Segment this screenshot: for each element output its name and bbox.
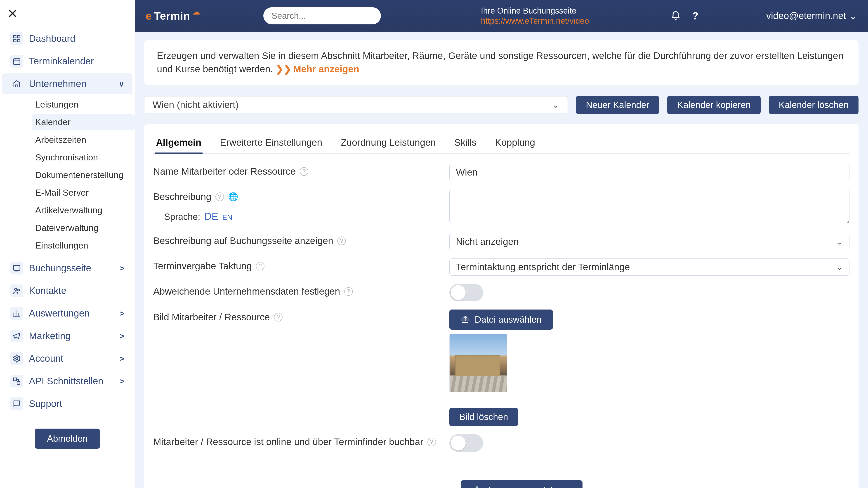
help-icon[interactable]: ?	[337, 236, 346, 245]
choose-file-button[interactable]: Datei auswählen	[450, 310, 553, 330]
company-data-toggle[interactable]	[450, 284, 483, 301]
tab-skills[interactable]: Skills	[453, 135, 478, 153]
show-desc-select[interactable]: Nicht anzeigen ⌄	[450, 233, 849, 250]
slot-label: Terminvergabe Taktung	[153, 261, 252, 271]
svg-rect-1	[18, 35, 20, 38]
subnav-leistungen[interactable]: Leistungen	[32, 96, 135, 113]
slot-value: Termintaktung entspricht der Terminlänge	[456, 262, 630, 272]
slot-select[interactable]: Termintaktung entspricht der Terminlänge…	[450, 258, 849, 275]
upload-icon	[461, 315, 470, 324]
booking-link: Ihre Online Buchungsseite https://www.eT…	[481, 6, 589, 26]
svg-rect-4	[13, 59, 20, 64]
bookable-toggle[interactable]	[450, 434, 483, 452]
sidebar-item-label: Unternehmen	[29, 78, 86, 89]
subnav-dokumentenerstellung[interactable]: Dokumentenerstellung	[32, 167, 135, 183]
svg-point-7	[18, 289, 20, 291]
help-icon[interactable]: ?	[274, 313, 283, 322]
help-icon[interactable]: ?	[300, 167, 308, 176]
sidebar-item-label: Marketing	[29, 330, 70, 341]
subnav-email-server[interactable]: E-Mail Server	[32, 185, 135, 201]
sidebar-item-support[interactable]: Support	[2, 393, 132, 414]
sidebar-item-label: Terminkalender	[29, 56, 94, 67]
logo: eTermin☁	[146, 10, 200, 22]
topbar: eTermin☁ Ihre Online Buchungsseite https…	[135, 0, 868, 32]
subnav-arbeitszeiten[interactable]: Arbeitszeiten	[32, 132, 135, 148]
chevron-right-icon: >	[120, 332, 124, 340]
logo-e: e	[146, 10, 152, 22]
chevron-right-icon: >	[120, 309, 124, 318]
support-icon	[10, 397, 23, 410]
chevron-down-icon: ⌄	[552, 100, 559, 110]
info-card: Erzeugen und verwalten Sie in diesem Abs…	[144, 40, 859, 85]
save-button[interactable]: Änderungen speichern	[461, 480, 583, 488]
bell-icon[interactable]	[671, 9, 681, 22]
lang-en[interactable]: EN	[222, 213, 232, 222]
sidebar: ✕ Dashboard Terminkalender Unternehmen ∨…	[0, 0, 135, 488]
row-image: Bild Mitarbeiter / Ressource ? Datei aus…	[153, 310, 849, 426]
desc-label: Beschreibung	[153, 191, 211, 202]
sidebar-item-label: Account	[29, 353, 63, 364]
info-text: Erzeugen und verwalten Sie in diesem Abs…	[157, 51, 843, 74]
contacts-icon	[10, 285, 23, 297]
search-box[interactable]	[264, 7, 381, 24]
user-menu[interactable]: video@etermin.net ⌄	[766, 10, 857, 22]
help-icon[interactable]: ?	[215, 193, 224, 201]
sidebar-item-reports[interactable]: Auswertungen >	[2, 303, 132, 324]
svg-rect-3	[18, 39, 20, 42]
svg-point-8	[16, 357, 18, 360]
chevron-right-icon: >	[120, 354, 124, 363]
row-company-data: Abweichende Unternehmensdaten festlegen …	[153, 284, 849, 301]
help-icon[interactable]: ?	[256, 262, 265, 270]
booking-url[interactable]: https://www.eTermin.net/video	[481, 16, 589, 26]
account-icon	[10, 352, 23, 365]
help-icon[interactable]: ?	[344, 287, 353, 296]
sidebar-item-api[interactable]: API Schnittstellen >	[2, 371, 132, 392]
tab-advanced[interactable]: Erweiterte Einstellungen	[219, 135, 324, 153]
sidebar-item-marketing[interactable]: Marketing >	[2, 326, 132, 346]
globe-icon[interactable]: 🌐	[228, 192, 238, 201]
api-icon	[10, 375, 23, 387]
search-input[interactable]	[272, 11, 373, 21]
logout-button[interactable]: Abmelden	[35, 429, 100, 449]
sidebar-item-dashboard[interactable]: Dashboard	[2, 28, 132, 49]
subnav-kalender[interactable]: Kalender	[32, 114, 135, 130]
sidebar-item-account[interactable]: Account >	[2, 348, 132, 369]
subnav-dateiverwaltung[interactable]: Dateiverwaltung	[32, 220, 135, 236]
booking-icon	[10, 262, 23, 274]
chevron-right-icon: >	[120, 264, 124, 273]
sidebar-item-calendar[interactable]: Terminkalender	[2, 51, 132, 72]
sidebar-item-contacts[interactable]: Kontakte	[2, 281, 132, 301]
tab-general[interactable]: Allgemein	[155, 135, 203, 153]
row-bookable: Mitarbeiter / Ressource ist online und ü…	[153, 434, 849, 452]
sidebar-item-company[interactable]: Unternehmen ∨	[2, 73, 132, 94]
tab-mapping[interactable]: Zuordnung Leistungen	[340, 135, 437, 153]
calendar-action-row: Wien (nicht aktiviert) ⌄ Neuer Kalender …	[144, 96, 859, 114]
help-icon[interactable]: ?	[692, 10, 699, 22]
copy-calendar-button[interactable]: Kalender kopieren	[667, 96, 761, 114]
tab-coupling[interactable]: Kopplung	[494, 135, 537, 153]
more-link[interactable]: ❯❯Mehr anzeigen	[276, 64, 359, 74]
subnav-synchronisation[interactable]: Synchronisation	[32, 149, 135, 166]
chevron-down-icon: ⌄	[836, 262, 843, 272]
booking-title: Ihre Online Buchungsseite	[481, 6, 589, 16]
sidebar-item-label: Auswertungen	[29, 308, 90, 319]
bookable-label: Mitarbeiter / Ressource ist online und ü…	[153, 436, 423, 447]
new-calendar-button[interactable]: Neuer Kalender	[576, 96, 659, 114]
form: Name Mitarbeiter oder Ressource ? Beschr…	[153, 154, 849, 488]
sidebar-item-booking[interactable]: Buchungsseite >	[2, 258, 132, 279]
calendar-select[interactable]: Wien (nicht aktiviert) ⌄	[144, 96, 568, 113]
tabs: Allgemein Erweiterte Einstellungen Zuord…	[153, 131, 849, 154]
close-icon[interactable]: ✕	[7, 6, 18, 21]
subnav-artikelverwaltung[interactable]: Artikelverwaltung	[32, 202, 135, 219]
content: Erzeugen und verwalten Sie in diesem Abs…	[135, 32, 868, 488]
help-icon[interactable]: ?	[428, 437, 436, 446]
lang-de[interactable]: DE	[204, 211, 218, 222]
delete-calendar-button[interactable]: Kalender löschen	[769, 96, 859, 114]
panel: Allgemein Erweiterte Einstellungen Zuord…	[144, 124, 859, 488]
chevron-double-down-icon: ❯❯	[276, 64, 291, 74]
description-textarea[interactable]	[450, 189, 849, 223]
delete-image-button[interactable]: Bild löschen	[450, 408, 518, 426]
name-input[interactable]	[450, 164, 849, 181]
svg-rect-10	[17, 382, 20, 385]
subnav-einstellungen[interactable]: Einstellungen	[32, 237, 135, 254]
